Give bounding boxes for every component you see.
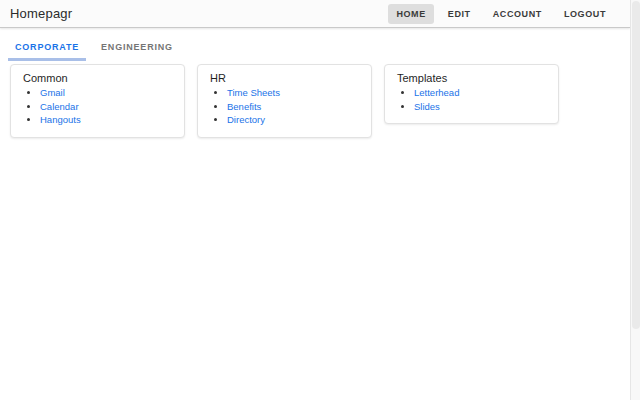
nav-items: HOME EDIT ACCOUNT LOGOUT <box>388 4 622 24</box>
nav-home-button[interactable]: HOME <box>388 4 433 24</box>
list-item: Gmail <box>40 87 174 98</box>
link-list: Letterhead Slides <box>397 87 548 112</box>
tab-engineering[interactable]: ENGINEERING <box>94 37 180 61</box>
card-title: Templates <box>397 72 548 84</box>
card-row: Common Gmail Calendar Hangouts HR Time S… <box>10 64 559 138</box>
link-directory[interactable]: Directory <box>227 114 265 125</box>
link-benefits[interactable]: Benefits <box>227 101 261 112</box>
list-item: Directory <box>227 114 361 125</box>
link-letterhead[interactable]: Letterhead <box>414 87 459 98</box>
list-item: Benefits <box>227 101 361 112</box>
vertical-scrollbar[interactable] <box>630 0 640 400</box>
card-hr: HR Time Sheets Benefits Directory <box>197 64 372 138</box>
link-calendar[interactable]: Calendar <box>40 101 79 112</box>
nav-account-button[interactable]: ACCOUNT <box>485 4 550 24</box>
top-navbar: Homepagr HOME EDIT ACCOUNT LOGOUT <box>0 0 630 28</box>
nav-logout-button[interactable]: LOGOUT <box>556 4 614 24</box>
link-slides[interactable]: Slides <box>414 101 440 112</box>
link-list: Time Sheets Benefits Directory <box>210 87 361 125</box>
tab-bar: CORPORATE ENGINEERING <box>8 37 188 61</box>
link-gmail[interactable]: Gmail <box>40 87 65 98</box>
card-title: Common <box>23 72 174 84</box>
link-list: Gmail Calendar Hangouts <box>23 87 174 125</box>
link-time-sheets[interactable]: Time Sheets <box>227 87 280 98</box>
card-title: HR <box>210 72 361 84</box>
nav-edit-button[interactable]: EDIT <box>440 4 479 24</box>
app-brand: Homepagr <box>10 6 72 21</box>
list-item: Slides <box>414 101 548 112</box>
link-hangouts[interactable]: Hangouts <box>40 114 81 125</box>
list-item: Letterhead <box>414 87 548 98</box>
tab-corporate[interactable]: CORPORATE <box>8 37 86 61</box>
scrollbar-thumb[interactable] <box>632 1 640 329</box>
list-item: Hangouts <box>40 114 174 125</box>
card-common: Common Gmail Calendar Hangouts <box>10 64 185 138</box>
card-templates: Templates Letterhead Slides <box>384 64 559 124</box>
list-item: Calendar <box>40 101 174 112</box>
list-item: Time Sheets <box>227 87 361 98</box>
